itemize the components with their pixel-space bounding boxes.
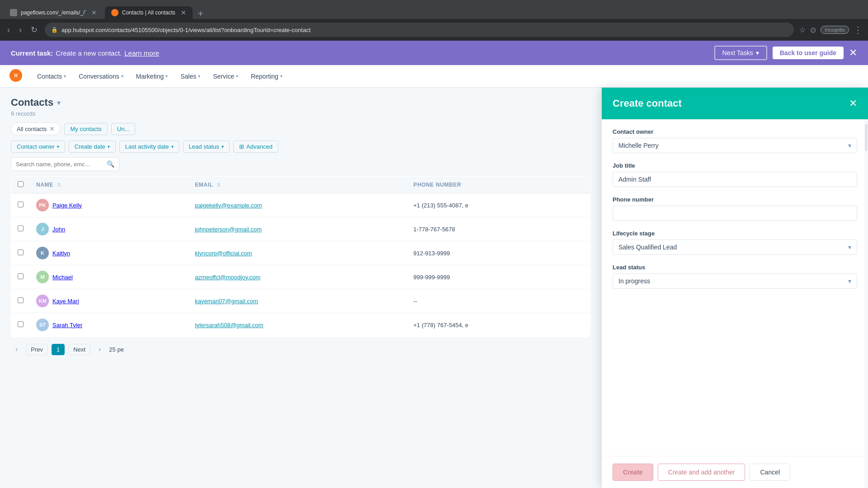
row-checkbox-5[interactable] [18,321,24,327]
filter-chip-all-contacts[interactable]: All contacts ✕ [11,122,61,135]
contact-owner-filter-button[interactable]: Contact owner ▾ [11,141,65,153]
nav-conversations[interactable]: Conversations ▾ [73,69,129,84]
create-date-filter-button[interactable]: Create date ▾ [69,141,116,153]
table-row: KM Kaye Marj kayemarj07@gmail.com -- [11,289,590,313]
row-phone-cell-2: 912-913-9999 [407,241,590,265]
row-name-cell-3: M Michael [30,265,189,289]
job-title-field: Job title [613,162,857,187]
new-tab-button[interactable]: + [194,9,207,19]
browser-tab-2[interactable]: Contacts | All contacts ✕ [105,6,193,19]
contact-email-link-0[interactable]: paigekelly@example.com [195,202,262,209]
row-phone-cell-1: 1-778-767-5678 [407,217,590,241]
advanced-filter-button[interactable]: ⊞ Advanced [233,141,278,153]
lifecycle-stage-value: Sales Qualified Lead [618,244,677,251]
row-checkbox-4[interactable] [18,297,24,303]
filter-chip-close[interactable]: ✕ [49,125,55,132]
search-input[interactable] [16,161,104,168]
tab-close-1[interactable]: ✕ [91,9,97,16]
nav-service[interactable]: Service ▾ [208,69,244,84]
last-activity-date-filter-button[interactable]: Last activity date ▾ [119,141,179,153]
task-banner: Current task: Create a new contact. Lear… [0,41,868,65]
row-phone-cell-5: +1 (778) 767-5454, e [407,313,590,337]
header-name[interactable]: NAME ⇅ [30,177,189,193]
contact-email-link-4[interactable]: kayemarj07@gmail.com [195,298,258,305]
profile-icon[interactable]: ⊙ [810,26,816,34]
un-filter-button[interactable]: Un... [111,123,135,135]
lifecycle-stage-select[interactable]: Sales Qualified Lead ▾ [613,239,857,255]
banner-close-button[interactable]: ✕ [849,48,857,58]
lead-status-select[interactable]: In progress ▾ [613,273,857,289]
prev-page-button[interactable]: ‹ [11,343,22,355]
contact-name-link-3[interactable]: Michael [52,274,73,281]
lifecycle-stage-label: Lifecycle stage [613,230,857,237]
nav-sales[interactable]: Sales ▾ [175,69,206,84]
next-tasks-button[interactable]: Next Tasks ▾ [714,46,767,60]
browser-tabs: pageflows.com/_/emails/_/7fb5... ✕ Conta… [0,0,868,19]
next-label-button[interactable]: Next [68,344,90,355]
row-checkbox-cell-2[interactable] [11,241,30,265]
contacts-view-dropdown-button[interactable]: ▾ [57,99,61,107]
contact-email-link-1[interactable]: johnpeterson@gmail.com [195,226,262,233]
phone-number-input[interactable] [613,206,857,221]
contact-name-link-4[interactable]: Kaye Marj [52,298,79,305]
row-name-cell-0: PK Paige Kelly [30,193,189,217]
header-email[interactable]: EMAIL ⇅ [189,177,407,193]
create-contact-close-button[interactable]: ✕ [849,98,857,109]
row-checkbox-cell-3[interactable] [11,265,30,289]
create-button[interactable]: Create [613,464,653,481]
contact-email-link-3[interactable]: azmeoffcl@moodjoy.com [195,274,260,281]
avatar-1: J [36,223,49,235]
avatar-5: ST [36,319,49,331]
contact-owner-label: Contact owner [613,128,857,135]
back-button[interactable]: ‹ [5,23,12,37]
menu-dots-icon[interactable]: ⋮ [854,24,863,35]
contact-name-link-1[interactable]: John [52,226,65,233]
page-1-button[interactable]: 1 [52,344,65,355]
prev-label-button[interactable]: Prev [26,344,48,355]
back-to-guide-button[interactable]: Back to user guide [773,47,844,59]
contact-name-link-0[interactable]: Paige Kelly [52,202,82,209]
contact-name-link-5[interactable]: Sarah Tyler [52,322,82,328]
nav-contacts[interactable]: Contacts ▾ [32,69,71,84]
hubspot-logo[interactable]: H [9,69,23,84]
tab-title-1: pageflows.com/_/emails/_/7fb5... [21,9,86,16]
row-checkbox-0[interactable] [18,202,24,207]
row-checkbox-2[interactable] [18,249,24,255]
next-page-button[interactable]: › [94,343,105,355]
task-banner-left: Current task: Create a new contact. Lear… [11,49,159,57]
row-checkbox-cell-5[interactable] [11,313,30,337]
header-phone[interactable]: PHONE NUMBER [407,177,590,193]
row-checkbox-3[interactable] [18,273,24,279]
select-all-checkbox[interactable] [18,181,24,187]
contact-name-link-2[interactable]: Kaitlyn [52,250,70,257]
table-row: J John johnpeterson@gmail.com 1-778-767-… [11,217,590,241]
service-nav-chevron: ▾ [236,74,238,79]
refresh-button[interactable]: ↻ [29,23,39,37]
nav-marketing[interactable]: Marketing ▾ [131,69,173,84]
row-phone-cell-0: +1 (213) 555-4087, e [407,193,590,217]
row-checkbox-1[interactable] [18,225,24,231]
forward-button[interactable]: › [17,23,24,37]
phone-number-label: Phone number [613,196,857,203]
learn-more-link[interactable]: Learn more [124,49,159,57]
nav-reporting[interactable]: Reporting ▾ [245,69,288,84]
bookmark-icon[interactable]: ☆ [799,26,806,34]
contact-owner-select[interactable]: Michelle Perry ▾ [613,138,857,153]
contact-email-link-5[interactable]: tylersarah508@gmail.com [195,322,263,328]
row-checkbox-cell-4[interactable] [11,289,30,313]
tab-close-2[interactable]: ✕ [181,9,186,16]
address-bar[interactable]: 🔒 app.hubspot.com/contacts/45105500/obje… [45,23,794,37]
table-header-row: NAME ⇅ EMAIL ⇅ PHONE NUMBER [11,177,590,193]
lead-status-filter-button[interactable]: Lead status ▾ [183,141,230,153]
header-select-all[interactable] [11,177,30,193]
browser-tab-1[interactable]: pageflows.com/_/emails/_/7fb5... ✕ [4,6,103,19]
cancel-button[interactable]: Cancel [750,464,790,481]
contact-email-link-2[interactable]: klyncorp@official.com [195,250,252,257]
create-and-add-another-button[interactable]: Create and add another [658,464,745,481]
my-contacts-filter-button[interactable]: My contacts [64,123,107,135]
pagination: ‹ Prev 1 Next › 25 pe [11,343,590,355]
row-checkbox-cell-1[interactable] [11,217,30,241]
search-box[interactable]: 🔍 [11,157,119,171]
row-checkbox-cell-0[interactable] [11,193,30,217]
job-title-input[interactable] [613,172,857,187]
